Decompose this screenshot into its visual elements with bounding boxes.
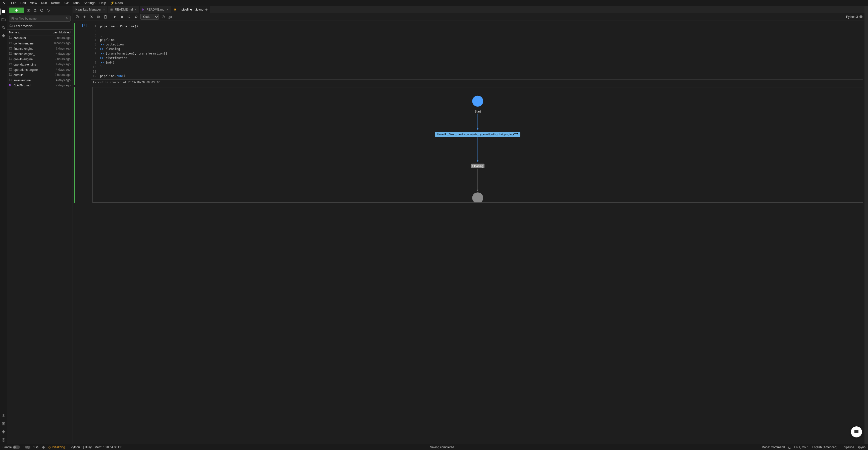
file-modified: 4 days ago — [43, 52, 70, 56]
close-icon[interactable]: × — [166, 7, 168, 11]
status-git-branch[interactable] — [42, 446, 45, 449]
activity-stop[interactable] — [0, 436, 7, 444]
status-kernels[interactable]: 1 ⚙ — [33, 446, 39, 449]
svg-rect-18 — [121, 16, 123, 18]
file-name: sales-engine — [13, 78, 31, 82]
folder-icon — [9, 63, 12, 66]
copy-icon[interactable] — [96, 14, 101, 19]
file-row[interactable]: finance-engine2 days ago — [7, 46, 72, 51]
file-row[interactable]: outputs2 hours ago — [7, 72, 72, 77]
file-list-header: Name ▴ Last Modified — [7, 29, 72, 35]
refresh-icon[interactable] — [40, 8, 44, 12]
folder-icon — [9, 41, 12, 45]
tab-readme-1[interactable]: ▦ README.md × — [108, 6, 140, 13]
status-memory[interactable]: Mem: 1.28 / 4.00 GB — [95, 446, 123, 449]
activity-files[interactable] — [0, 7, 7, 15]
bc-root[interactable]: / — [14, 24, 15, 28]
add-cell-icon[interactable] — [82, 14, 87, 19]
col-name[interactable]: Name ▴ — [7, 30, 45, 35]
status-language[interactable]: English (American) — [812, 446, 837, 449]
bc-abi[interactable]: abi — [16, 24, 20, 28]
status-kernel[interactable]: Python 3 | Busy — [70, 446, 92, 449]
file-filter-input[interactable] — [9, 15, 70, 22]
upload-icon[interactable] — [33, 8, 37, 12]
file-toolbar — [7, 6, 72, 14]
status-terminals[interactable]: 0 $_ — [23, 446, 30, 449]
new-folder-icon[interactable] — [27, 8, 31, 12]
file-row[interactable]: sales-engine4 days ago — [7, 77, 72, 83]
svg-point-10 — [67, 17, 68, 19]
close-icon[interactable]: × — [135, 7, 137, 11]
file-row[interactable]: operations-engine4 days ago — [7, 67, 72, 72]
menu-kernel[interactable]: Kernel — [49, 1, 63, 5]
pipeline-diagram[interactable]: Start LinkedIn_Send_metrics_analysis_by_… — [92, 87, 863, 203]
code-lines[interactable]: pipeline = Pipeline() ( pipeline >> coll… — [98, 23, 169, 79]
activity-search[interactable] — [0, 24, 7, 32]
activity-folder[interactable] — [0, 15, 7, 24]
file-row[interactable]: content-engineseconds ago — [7, 41, 72, 46]
breadcrumb[interactable]: / abi / models / — [7, 23, 72, 29]
paste-icon[interactable] — [103, 14, 108, 19]
cut-icon[interactable] — [89, 14, 94, 19]
git-icon[interactable] — [46, 8, 50, 12]
status-simple[interactable]: Simple — [2, 446, 20, 449]
status-init[interactable]: ◌ Initializing... — [48, 446, 68, 449]
toggle-icon[interactable] — [13, 446, 20, 449]
svg-rect-9 — [3, 440, 4, 441]
folder-icon — [9, 36, 12, 40]
menu-settings[interactable]: Settings — [82, 1, 97, 5]
file-row[interactable]: finance-engine_4 days ago — [7, 51, 72, 57]
activity-contacts[interactable] — [0, 420, 7, 428]
run-icon[interactable] — [112, 14, 117, 19]
code-editor[interactable]: 123456789101112 pipeline = Pipeline() ( … — [91, 23, 863, 79]
status-filename[interactable]: __pipeline__.ipynb — [840, 446, 866, 449]
status-mode[interactable]: Mode: Command — [762, 446, 785, 449]
tab-pipeline[interactable]: ▣ __pipeline__.ipynb — [171, 6, 210, 13]
menu-naas[interactable]: ⚡ Naas — [108, 1, 125, 5]
file-browser: / abi / models / Name ▴ Last Modified ch… — [7, 6, 73, 444]
cell-output: Execution started at 2023-10-20 00:09:32 — [91, 79, 863, 85]
save-icon[interactable] — [75, 14, 80, 19]
code-cell[interactable]: [*]: 123456789101112 pipeline = Pipeline… — [74, 23, 863, 85]
tab-naas-lab-manager[interactable]: Naas Lab Manager × — [73, 6, 108, 13]
file-row[interactable]: opendata-engine4 days ago — [7, 62, 72, 67]
file-row[interactable]: character9 hours ago — [7, 35, 72, 41]
close-icon[interactable]: × — [103, 7, 105, 11]
col-modified[interactable]: Last Modified — [45, 30, 72, 35]
svg-rect-16 — [104, 15, 106, 18]
stop-icon[interactable] — [119, 14, 124, 19]
notebook-body[interactable]: [*]: 123456789101112 pipeline = Pipeline… — [73, 21, 865, 444]
restart-icon[interactable] — [126, 14, 131, 19]
tab-label: README.md — [115, 8, 133, 11]
clock-icon[interactable] — [161, 14, 166, 19]
svg-point-26 — [472, 192, 483, 202]
menu-view[interactable]: View — [28, 1, 39, 5]
tab-readme-2[interactable]: M README.md × — [140, 6, 171, 13]
menu-git[interactable]: Git — [63, 1, 71, 5]
right-scrollbar[interactable] — [865, 6, 868, 444]
svg-rect-0 — [2, 10, 5, 11]
diagram-cell: Start LinkedIn_Send_metrics_analysis_by_… — [74, 87, 863, 203]
menu-help[interactable]: Help — [97, 1, 108, 5]
menu-run[interactable]: Run — [39, 1, 49, 5]
file-name: finance-engine_ — [13, 52, 35, 56]
loading-icon: ◌ — [48, 446, 51, 449]
kernel-icon: ⚙ — [36, 446, 39, 449]
cell-type-select[interactable]: Code — [141, 14, 159, 20]
activity-extensions[interactable] — [0, 428, 7, 436]
run-all-icon[interactable] — [133, 14, 138, 19]
file-row[interactable]: MREADME.md7 days ago — [7, 83, 72, 88]
kernel-status[interactable]: Python 3 — [846, 15, 863, 19]
chat-button[interactable] — [851, 426, 862, 438]
menu-tabs[interactable]: Tabs — [70, 1, 82, 5]
file-row[interactable]: growth-engine2 hours ago — [7, 57, 72, 62]
new-launcher-button[interactable] — [9, 7, 24, 13]
status-bell[interactable] — [787, 446, 791, 449]
activity-git[interactable] — [0, 32, 7, 40]
bc-models[interactable]: models — [23, 24, 33, 28]
menu-file[interactable]: File — [9, 1, 18, 5]
activity-settings[interactable] — [0, 412, 7, 420]
status-position[interactable]: Ln 1, Col 1 — [794, 446, 809, 449]
git-button[interactable]: git — [168, 14, 173, 19]
menu-edit[interactable]: Edit — [18, 1, 28, 5]
